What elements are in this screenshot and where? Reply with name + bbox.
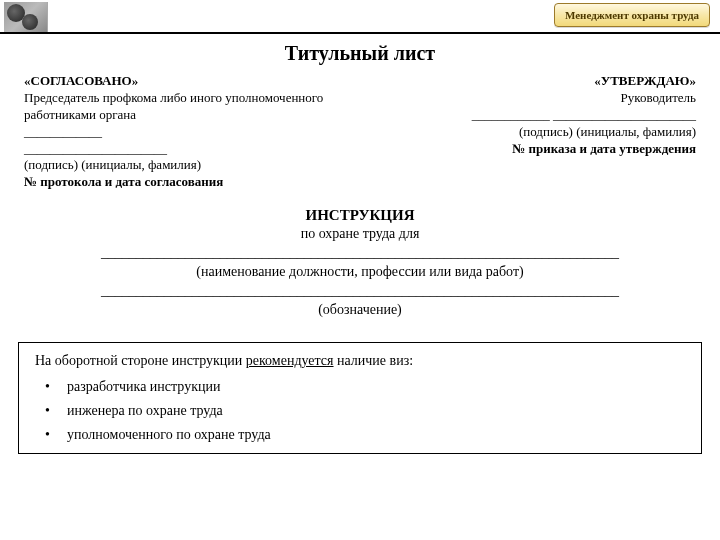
fill-line-1: ________________________________________… [24, 244, 696, 263]
section-tab-label: Менеджмент охраны труда [565, 9, 699, 21]
note-intro-pre: На оборотной стороне инструкции [35, 353, 246, 368]
logo-gears [4, 2, 48, 32]
approve-order: № приказа и дата утверждения [367, 141, 696, 158]
approve-subhead: Руководитель [367, 90, 696, 107]
agreed-heading: «СОГЛАСОВАНО» [24, 73, 353, 90]
gear-icon [22, 14, 38, 30]
agreed-protocol: № протокола и дата согласования [24, 174, 353, 191]
fill-line-2: ________________________________________… [24, 282, 696, 301]
note-box: На оборотной стороне инструкции рекоменд… [18, 342, 702, 454]
note-list: разработчика инструкции инженера по охра… [35, 375, 685, 447]
approval-columns: «СОГЛАСОВАНО» Председатель профкома либо… [24, 73, 696, 191]
approve-heading: «УТВЕРЖДАЮ» [367, 73, 696, 90]
note-intro: На оборотной стороне инструкции рекоменд… [35, 353, 685, 369]
list-item: инженера по охране труда [45, 399, 685, 423]
page-content: Титульный лист «СОГЛАСОВАНО» Председател… [0, 34, 720, 328]
list-item: уполномоченного по охране труда [45, 423, 685, 447]
approve-sig-caption: (подпись) (инициалы, фамилия) [367, 124, 696, 141]
caption-profession: (наименование должности, профессии или в… [24, 263, 696, 282]
agreed-block: «СОГЛАСОВАНО» Председатель профкома либо… [24, 73, 353, 191]
note-intro-emph: рекомендуется [246, 353, 334, 368]
instruction-sub: по охране труда для [24, 225, 696, 244]
caption-designation: (обозначение) [24, 301, 696, 320]
agreed-line1: ____________ [24, 124, 353, 141]
section-tab[interactable]: Менеджмент охраны труда [554, 3, 710, 27]
instruction-title: ИНСТРУКЦИЯ [24, 205, 696, 225]
page-title: Титульный лист [24, 42, 696, 65]
note-intro-post: наличие виз: [334, 353, 414, 368]
list-item: разработчика инструкции [45, 375, 685, 399]
agreed-subhead: Председатель профкома либо иного уполном… [24, 90, 353, 124]
instruction-block: ИНСТРУКЦИЯ по охране труда для _________… [24, 205, 696, 320]
topbar: Менеджмент охраны труда [0, 0, 720, 34]
agreed-sig-caption: (подпись) (инициалы, фамилия) [24, 157, 353, 174]
approve-block: «УТВЕРЖДАЮ» Руководитель ____________ __… [367, 73, 696, 191]
approve-line1: ____________ ______________________ [367, 107, 696, 124]
agreed-line2: ______________________ [24, 141, 353, 158]
